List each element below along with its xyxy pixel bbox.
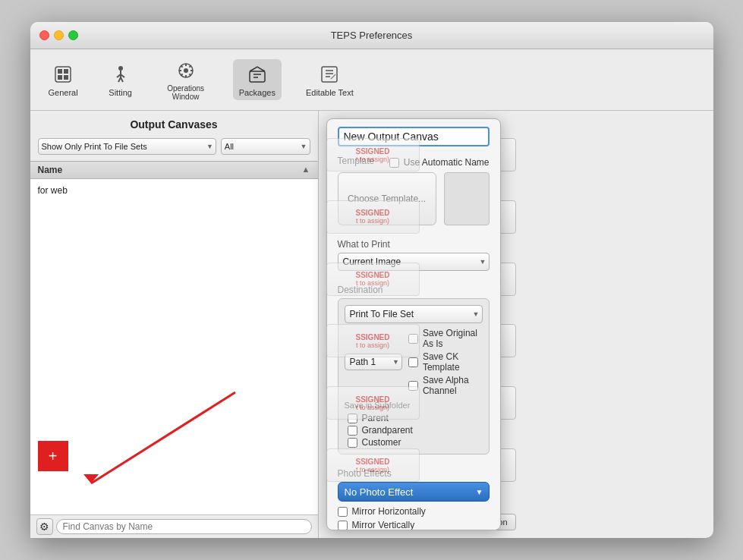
maximize-button[interactable]: [68, 30, 78, 40]
photo-effects-select[interactable]: No Photo Effect: [338, 482, 490, 502]
svg-line-17: [181, 66, 182, 68]
pkg-btn-9-label: SSIGNED: [355, 395, 389, 404]
pkg-btn-1-label: SSIGNED: [355, 147, 389, 156]
save-ck-template-row[interactable]: Save CK Template: [408, 351, 483, 373]
mirror-vertical-checkbox[interactable]: [338, 521, 348, 530]
save-ck-template-checkbox[interactable]: [408, 357, 418, 367]
filter-select-1[interactable]: Show Only Print To File Sets Show All: [38, 138, 216, 155]
editable-text-icon: [317, 62, 342, 87]
close-button[interactable]: [39, 30, 49, 40]
add-canvas-button[interactable]: +: [40, 443, 66, 469]
panel-title: Output Canvases: [30, 111, 318, 138]
filter-row: Show Only Print To File Sets Show All ▼ …: [30, 138, 318, 161]
toolbar-item-operations[interactable]: Operations Window: [157, 55, 215, 104]
svg-line-10: [121, 77, 123, 82]
title-bar: TEPS Preferences: [30, 22, 713, 49]
mirror-horizontal-label: Mirror Horizontally: [352, 506, 426, 517]
list-column-name: Name: [38, 165, 63, 175]
subfolder-customer-checkbox[interactable]: [348, 438, 357, 448]
add-icon: +: [49, 448, 58, 465]
pkg-btn-3-label: SSIGNED: [355, 209, 389, 217]
toolbar-label-editable-text: Editable Text: [306, 88, 354, 97]
pkg-btn-5-sub: t to assign): [356, 279, 389, 287]
main-content: Output Canvases Show Only Print To File …: [30, 111, 713, 538]
list-item-name: for web: [38, 185, 68, 196]
pkg-btn-5-label: SSIGNED: [355, 271, 389, 279]
template-preview: [444, 172, 490, 225]
pkg-btn-3[interactable]: SSIGNED t to assign): [326, 200, 420, 234]
sitting-icon: [109, 62, 133, 87]
pkg-btn-7-sub: t to assign): [356, 341, 389, 349]
pkg-btn-9-sub: t to assign): [356, 404, 389, 411]
toolbar-item-packages[interactable]: Packages: [233, 59, 282, 100]
subfolder-grandparent-label: Grandparent: [362, 425, 413, 436]
main-window: TEPS Preferences General: [30, 22, 713, 538]
pkg-btn-9[interactable]: SSIGNED t to assign): [326, 386, 420, 420]
pkg-btn-7-label: SSIGNED: [355, 333, 389, 341]
toolbar-item-general[interactable]: General: [43, 59, 84, 100]
search-input[interactable]: [56, 519, 312, 534]
window-title: TEPS Preferences: [331, 30, 413, 41]
subfolder-grandparent-checkbox[interactable]: [348, 426, 357, 436]
subfolder-grandparent-row[interactable]: Grandparent: [348, 425, 483, 436]
pkg-btn-11[interactable]: SSIGNED t to assign): [326, 448, 420, 482]
list-item[interactable]: for web: [30, 182, 318, 199]
save-ck-template-label: Save CK Template: [423, 351, 483, 373]
gear-button[interactable]: ⚙: [36, 518, 53, 535]
mirror-vertical-row[interactable]: Mirror Vertically: [338, 520, 490, 530]
svg-rect-1: [58, 69, 62, 74]
mirror-checks: Mirror Horizontally Mirror Vertically: [338, 506, 490, 530]
minimize-button[interactable]: [54, 30, 64, 40]
operations-icon: [174, 58, 198, 83]
svg-line-19: [189, 66, 190, 68]
list-header-sort[interactable]: ▲: [302, 165, 310, 175]
toolbar-label-general: General: [49, 88, 78, 97]
list-header: Name ▲: [30, 161, 318, 179]
what-to-print-label: What to Print: [338, 239, 490, 250]
general-icon: [51, 62, 75, 87]
svg-rect-21: [250, 71, 265, 82]
toolbar-item-sitting[interactable]: Sitting: [102, 59, 139, 100]
photo-effects-select-wrapper: No Photo Effect ▼: [338, 482, 490, 502]
pkg-btn-7[interactable]: SSIGNED t to assign): [326, 324, 420, 357]
svg-point-5: [118, 66, 123, 71]
destination-select-wrapper: Print To File Set Print To Printer ▼: [345, 305, 483, 323]
save-alpha-channel-row[interactable]: Save Alpha Channel: [408, 375, 483, 396]
destination-section-outer: Destination Print To File Set Print To P…: [327, 280, 500, 458]
save-original-label: Save Original As Is: [423, 328, 483, 349]
pkg-btn-5[interactable]: SSIGNED t to assign): [326, 263, 420, 296]
mirror-vertical-label: Mirror Vertically: [352, 520, 415, 530]
filter-select-2[interactable]: All: [221, 138, 310, 155]
subfolder-customer-label: Customer: [362, 437, 401, 448]
svg-line-18: [189, 74, 190, 75]
pkg-btn-1-sub: t to assign): [356, 156, 389, 163]
svg-rect-2: [64, 69, 68, 74]
toolbar: General Sitting: [30, 49, 713, 111]
mirror-horizontal-row[interactable]: Mirror Horizontally: [338, 506, 490, 517]
svg-line-28: [331, 74, 335, 79]
traffic-lights: [39, 30, 78, 40]
svg-line-20: [181, 74, 182, 75]
gear-icon: ⚙: [39, 521, 49, 533]
save-alpha-channel-label: Save Alpha Channel: [423, 375, 483, 396]
svg-rect-4: [64, 75, 68, 80]
toolbar-label-operations: Operations Window: [163, 84, 209, 101]
svg-point-12: [184, 68, 188, 73]
mirror-horizontal-checkbox[interactable]: [338, 507, 348, 517]
svg-rect-3: [58, 75, 62, 80]
packages-icon: [245, 62, 269, 87]
pkg-btn-11-label: SSIGNED: [355, 458, 389, 466]
destination-select[interactable]: Print To File Set Print To Printer: [345, 305, 483, 323]
subfolder-customer-row[interactable]: Customer: [348, 437, 483, 448]
add-canvas-highlight: +: [38, 441, 68, 471]
bottom-bar: + ⚙: [30, 514, 318, 538]
destination-inner: Print To File Set Print To Printer ▼ Pat…: [338, 298, 490, 455]
pkg-btn-1[interactable]: SSIGNED t to assign): [326, 138, 420, 171]
canvas-list: for web: [30, 179, 318, 514]
save-checkboxes: Save Original As Is Save CK Template Sav…: [408, 328, 483, 396]
save-original-row[interactable]: Save Original As Is: [408, 328, 483, 349]
toolbar-label-sitting: Sitting: [109, 88, 132, 97]
pkg-btn-11-sub: t to assign): [356, 466, 389, 473]
toolbar-item-editable-text[interactable]: Editable Text: [300, 59, 360, 100]
toolbar-label-packages: Packages: [239, 88, 275, 97]
